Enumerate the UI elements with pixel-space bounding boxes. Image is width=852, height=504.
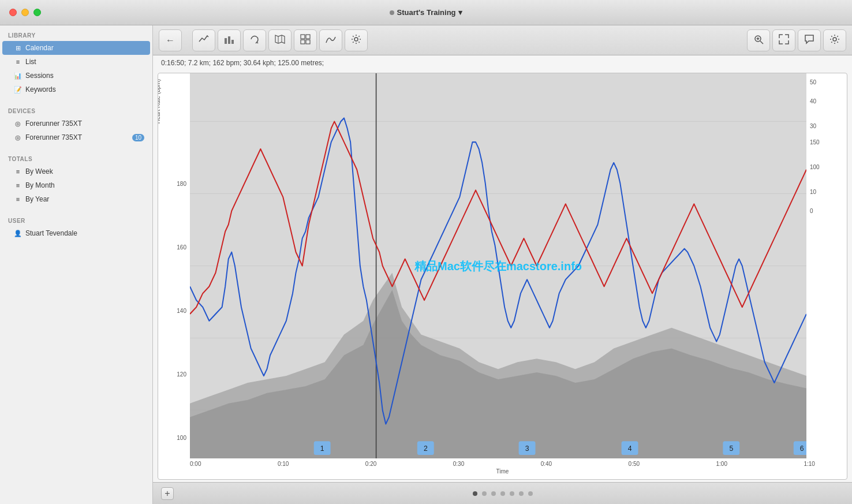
device2-icon: ◎ xyxy=(14,133,22,141)
sidebar-item-label-user: Stuart Tevendale xyxy=(25,229,77,237)
y-right-10: 10 xyxy=(810,189,843,195)
x-axis-title: Time xyxy=(158,467,847,475)
sidebar-item-device1[interactable]: ◎ Forerunner 735XT xyxy=(0,117,152,130)
back-icon: ← xyxy=(166,35,175,46)
title-dot xyxy=(390,10,394,15)
sidebar-item-user[interactable]: 👤 Stuart Tevendale xyxy=(0,226,152,240)
svg-marker-3 xyxy=(275,35,285,43)
close-button[interactable] xyxy=(9,9,17,16)
byweek-icon: ≡ xyxy=(14,167,22,176)
curve-button[interactable] xyxy=(319,29,342,51)
sidebar-item-device2[interactable]: ◎ Forerunner 735XT 10 xyxy=(0,130,152,144)
svg-rect-0 xyxy=(225,38,227,44)
svg-rect-7 xyxy=(306,35,310,39)
preferences-icon xyxy=(829,33,840,47)
chart-inner: Heart Rate (bpm) 180 160 140 120 100 xyxy=(158,73,847,458)
y-axis-right-label-alt: Altitude (m) xyxy=(846,391,847,418)
sessions-icon: 📊 xyxy=(14,72,22,80)
settings-chart-icon xyxy=(350,33,362,47)
y-right-100: 100 xyxy=(810,164,843,170)
line-chart-icon xyxy=(198,33,210,47)
zoom-button[interactable] xyxy=(747,29,770,51)
map-button[interactable] xyxy=(268,29,292,51)
sidebar-item-bymonth[interactable]: ≡ By Month xyxy=(0,178,152,192)
minimize-button[interactable] xyxy=(21,9,29,16)
chart-plot: 1 2 3 4 5 6 xyxy=(190,73,806,458)
grid-button[interactable] xyxy=(294,29,317,51)
y-axis-right: 50 40 30 150 100 10 0 Altitude (m) Speed… xyxy=(806,73,847,458)
back-button[interactable]: ← xyxy=(159,29,182,51)
svg-text:2: 2 xyxy=(424,445,428,453)
list-icon: ≡ xyxy=(14,58,22,66)
preferences-button[interactable] xyxy=(823,29,846,51)
title-label: Stuart's Training xyxy=(397,8,455,17)
svg-text:6: 6 xyxy=(800,445,804,453)
user-icon: 👤 xyxy=(14,229,22,237)
y-tick-120: 120 xyxy=(162,371,186,378)
page-dot-3[interactable] xyxy=(491,491,496,496)
x-label-40: 0:40 xyxy=(541,461,552,467)
page-dot-1[interactable] xyxy=(473,491,477,496)
title-bar: Stuart's Training ▾ xyxy=(0,0,852,25)
bar-chart-button[interactable] xyxy=(218,29,241,51)
page-dot-2[interactable] xyxy=(482,491,487,496)
x-axis-labels: 0:00 0:10 0:20 0:30 0:40 0:50 1:00 1:10 xyxy=(158,458,847,467)
sidebar-item-label-bymonth: By Month xyxy=(25,181,55,189)
svg-line-12 xyxy=(760,41,763,44)
chart-type-group xyxy=(192,29,368,51)
x-label-50: 0:50 xyxy=(629,461,640,467)
sidebar-item-sessions[interactable]: 📊 Sessions xyxy=(0,69,152,83)
window-title[interactable]: Stuart's Training ▾ xyxy=(390,8,462,17)
sidebar-item-label-device1: Forerunner 735XT xyxy=(25,120,82,128)
page-dot-7[interactable] xyxy=(528,491,533,496)
comment-icon xyxy=(804,33,815,47)
page-dot-6[interactable] xyxy=(519,491,524,496)
svg-point-15 xyxy=(833,38,836,41)
maximize-button[interactable] xyxy=(33,9,41,16)
page-dots xyxy=(473,491,533,496)
stats-text: 0:16:50; 7.2 km; 162 bpm; 30.64 kph; 125… xyxy=(161,59,324,67)
y-tick-100: 100 xyxy=(162,435,186,441)
sidebar-item-label-keywords: Keywords xyxy=(25,85,56,94)
map-icon xyxy=(274,33,286,47)
fullscreen-icon xyxy=(778,33,790,47)
sidebar-item-list[interactable]: ≡ List xyxy=(0,55,152,69)
sidebar-item-byyear[interactable]: ≡ By Year xyxy=(0,192,152,206)
add-icon: + xyxy=(165,488,170,499)
settings-chart-button[interactable] xyxy=(345,29,368,51)
loop-icon xyxy=(249,33,260,47)
chart-container[interactable]: Heart Rate (bpm) 180 160 140 120 100 xyxy=(158,73,847,480)
y-tick-180: 180 xyxy=(162,181,186,187)
page-dot-4[interactable] xyxy=(500,491,505,496)
traffic-lights[interactable] xyxy=(9,9,41,16)
x-label-60: 1:00 xyxy=(716,461,727,467)
svg-text:5: 5 xyxy=(729,445,733,453)
sidebar-item-keywords[interactable]: 📝 Keywords xyxy=(0,83,152,96)
x-label-0: 0:00 xyxy=(190,461,201,467)
bottom-bar: + xyxy=(153,482,852,504)
devices-section-label: DEVICES xyxy=(0,101,152,117)
y-right-0: 0 xyxy=(810,208,843,214)
sidebar-item-byweek[interactable]: ≡ By Week xyxy=(0,165,152,178)
line-chart-button[interactable] xyxy=(192,29,215,51)
chart-wrapper: Heart Rate (bpm) 180 160 140 120 100 xyxy=(153,70,852,482)
zoom-icon xyxy=(753,33,764,47)
x-axis: 0:00 0:10 0:20 0:30 0:40 0:50 1:00 1:10 … xyxy=(158,458,847,479)
loop-button[interactable] xyxy=(243,29,266,51)
page-dot-5[interactable] xyxy=(510,491,514,496)
y-tick-160: 160 xyxy=(162,244,186,251)
x-label-20: 0:20 xyxy=(365,461,376,467)
library-section-label: LIBRARY xyxy=(0,25,152,41)
add-button[interactable]: + xyxy=(161,487,174,500)
comment-button[interactable] xyxy=(798,29,821,51)
y-right-30: 30 xyxy=(810,123,843,129)
x-label-10: 0:10 xyxy=(278,461,289,467)
fullscreen-button[interactable] xyxy=(772,29,795,51)
sidebar-item-calendar[interactable]: ⊞ Calendar xyxy=(2,41,150,55)
y-tick-140: 140 xyxy=(162,308,186,314)
sidebar: LIBRARY ⊞ Calendar ≡ List 📊 Sessions 📝 K… xyxy=(0,25,153,504)
title-arrow: ▾ xyxy=(458,8,462,17)
device2-badge: 10 xyxy=(132,134,144,141)
svg-rect-8 xyxy=(301,40,305,44)
svg-text:3: 3 xyxy=(525,445,529,453)
